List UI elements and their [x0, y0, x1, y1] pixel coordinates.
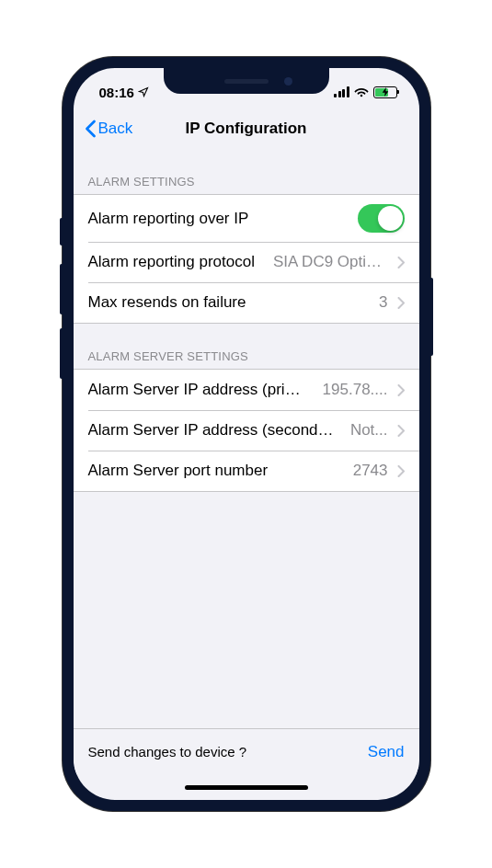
cell-label: Alarm reporting protocol	[88, 253, 255, 271]
cell-label: Alarm Server IP address (primary)	[88, 381, 314, 399]
status-right	[334, 79, 397, 98]
status-left: 08:16	[99, 77, 149, 100]
chevron-right-icon	[397, 425, 405, 437]
row-max-resends[interactable]: Max resends on failure 3	[74, 282, 419, 323]
cell-label: Alarm Server port number	[88, 462, 269, 480]
toolbar-prompt: Send changes to device ?	[88, 744, 247, 760]
cell-value: SIA DC9 Option 1	[273, 253, 388, 271]
nav-bar: Back IP Configuration	[74, 108, 419, 149]
row-server-ip-secondary[interactable]: Alarm Server IP address (secondary) Not.…	[74, 410, 419, 451]
page-title: IP Configuration	[186, 120, 307, 138]
cell-label: Alarm reporting over IP	[88, 210, 249, 228]
back-label: Back	[98, 120, 133, 138]
home-indicator-area	[74, 774, 419, 800]
charging-icon	[382, 87, 388, 97]
toggle-knob	[378, 206, 403, 231]
cell-group-alarm: Alarm reporting over IP Alarm reporting …	[74, 194, 419, 324]
side-button	[430, 278, 433, 356]
cell-value: 3	[379, 293, 387, 312]
phone-frame: 08:16	[63, 57, 430, 811]
row-alarm-reporting-protocol[interactable]: Alarm reporting protocol SIA DC9 Option …	[74, 242, 419, 282]
svg-point-0	[360, 95, 362, 97]
cell-value: Not...	[350, 421, 388, 440]
content[interactable]: ALARM SETTINGS Alarm reporting over IP A…	[74, 149, 419, 728]
status-time: 08:16	[99, 85, 134, 100]
row-alarm-reporting-over-ip[interactable]: Alarm reporting over IP	[74, 195, 419, 242]
wifi-icon	[354, 86, 369, 97]
row-server-ip-primary[interactable]: Alarm Server IP address (primary) 195.78…	[74, 370, 419, 410]
send-button[interactable]: Send	[368, 743, 405, 761]
location-icon	[138, 86, 149, 97]
home-indicator[interactable]	[185, 785, 308, 790]
cell-label: Max resends on failure	[88, 293, 246, 312]
notch-camera	[284, 77, 292, 86]
chevron-right-icon	[397, 384, 405, 396]
signal-icon	[334, 86, 349, 97]
section-header-server: ALARM SERVER SETTINGS	[74, 324, 419, 369]
cell-value: 2743	[353, 462, 388, 480]
notch	[164, 68, 329, 94]
row-server-port[interactable]: Alarm Server port number 2743	[74, 451, 419, 491]
chevron-left-icon	[85, 120, 97, 138]
chevron-right-icon	[397, 257, 405, 268]
section-header-alarm: ALARM SETTINGS	[74, 149, 419, 194]
cell-label: Alarm Server IP address (secondary)	[88, 421, 341, 440]
battery-icon	[373, 86, 397, 98]
toolbar: Send changes to device ? Send	[74, 728, 419, 774]
back-button[interactable]: Back	[85, 120, 133, 138]
notch-speaker	[224, 79, 269, 84]
cell-value: 195.78....	[323, 381, 388, 399]
toggle-alarm-reporting-over-ip[interactable]	[358, 204, 405, 233]
chevron-right-icon	[397, 297, 405, 309]
chevron-right-icon	[397, 465, 405, 477]
screen: 08:16	[74, 68, 419, 800]
cell-group-server: Alarm Server IP address (primary) 195.78…	[74, 369, 419, 492]
